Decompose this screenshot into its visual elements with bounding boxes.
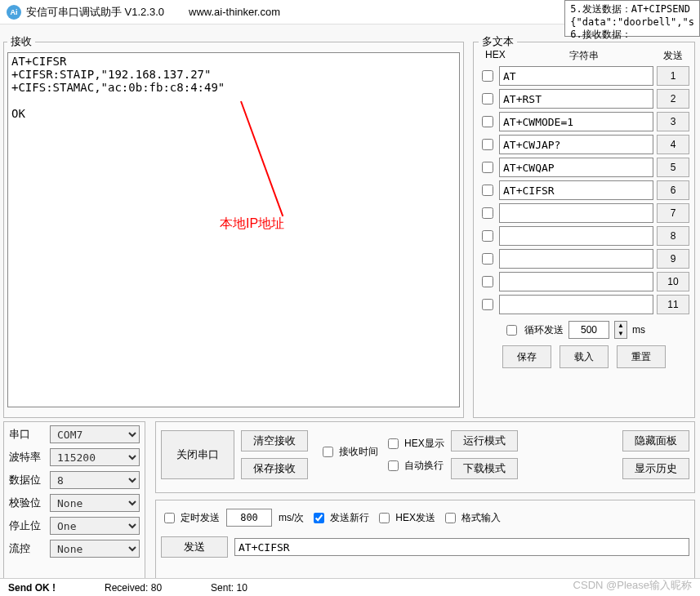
cmd-hex-checkbox-5[interactable] (482, 162, 493, 173)
cmd-input-6[interactable] (499, 180, 653, 200)
cmd-send-button-2[interactable]: 2 (657, 89, 689, 109)
cmd-row: 6 (479, 180, 689, 200)
baud-select[interactable]: 115200 (50, 448, 140, 466)
cmd-input-9[interactable] (499, 249, 653, 269)
cmd-send-button-11[interactable]: 11 (657, 295, 689, 314)
cmd-send-button-9[interactable]: 9 (657, 249, 689, 269)
sent-count: 10 (236, 582, 247, 594)
cmd-input-8[interactable] (499, 226, 653, 246)
multi-legend: 多文本 (479, 34, 517, 49)
clear-recv-button[interactable]: 清空接收 (241, 430, 308, 451)
cmd-send-button-6[interactable]: 6 (657, 180, 689, 200)
cmd-hex-checkbox-6[interactable] (482, 185, 493, 196)
close-port-button[interactable]: 关闭串口 (161, 430, 234, 479)
cmd-hex-checkbox-8[interactable] (482, 230, 493, 242)
sent-label: Sent: (211, 582, 234, 594)
cmd-row: 9 (479, 249, 689, 269)
cmd-input-1[interactable] (499, 66, 653, 86)
send-content-input[interactable] (234, 538, 689, 556)
cmd-send-button-10[interactable]: 10 (657, 272, 689, 291)
cmd-row: 7 (479, 203, 689, 223)
run-mode-button[interactable]: 运行模式 (451, 430, 518, 451)
cmd-send-button-3[interactable]: 3 (657, 112, 689, 131)
cmd-send-button-7[interactable]: 7 (657, 203, 689, 223)
main-window: 5.发送数据：AT+CIPSEND {"data":"doorbell","s … (0, 24, 700, 578)
cmd-hex-checkbox-7[interactable] (482, 207, 493, 219)
col-send-header: 发送 (663, 49, 683, 63)
flow-select[interactable]: None (50, 540, 140, 558)
cmd-row: 3 (479, 112, 689, 131)
status-send-ok: Send OK ! (8, 582, 56, 594)
baud-label: 波特率 (9, 450, 43, 465)
cmd-hex-checkbox-4[interactable] (482, 139, 493, 150)
multi-reset-button[interactable]: 重置 (617, 345, 666, 368)
col-str-header: 字符串 (569, 49, 599, 63)
cmd-input-5[interactable] (499, 158, 653, 177)
multi-save-button[interactable]: 保存 (502, 345, 551, 368)
loop-unit-label: ms (632, 324, 645, 336)
show-history-button[interactable]: 显示历史 (622, 458, 689, 479)
recv-time-label: 接收时间 (339, 445, 378, 459)
watermark-text: CSDN @Please输入昵称 (573, 578, 692, 593)
port-select[interactable]: COM7 (50, 425, 140, 443)
hex-send-checkbox[interactable] (379, 513, 390, 523)
databits-select[interactable]: 8 (50, 471, 140, 489)
cmd-send-button-4[interactable]: 4 (657, 135, 689, 154)
cmd-input-10[interactable] (499, 272, 653, 291)
received-label: Received: (105, 582, 148, 594)
cmd-row: 5 (479, 158, 689, 177)
cmd-input-7[interactable] (499, 203, 653, 223)
receive-panel: 接收 AT+CIFSR +CIFSR:STAIP,"192.168.137.27… (0, 31, 467, 415)
timed-send-label: 定时发送 (181, 511, 220, 525)
cmd-hex-checkbox-11[interactable] (482, 299, 493, 310)
cmd-hex-checkbox-9[interactable] (482, 253, 493, 265)
send-button[interactable]: 发送 (161, 536, 228, 558)
parity-select[interactable]: None (50, 494, 140, 512)
cmd-send-button-8[interactable]: 8 (657, 226, 689, 246)
stop-label: 停止位 (9, 518, 43, 533)
parity-label: 校验位 (9, 496, 43, 510)
format-input-checkbox[interactable] (445, 513, 456, 523)
loop-interval-input[interactable] (568, 321, 609, 339)
send-newline-checkbox[interactable] (314, 513, 324, 523)
cmd-input-2[interactable] (499, 89, 653, 109)
multi-text-panel: 多文本 HEX 字符串 发送 1 2 3 4 5 6 7 8 (470, 31, 698, 415)
multi-load-button[interactable]: 载入 (560, 345, 609, 368)
cmd-send-button-1[interactable]: 1 (657, 66, 689, 86)
auto-wrap-checkbox[interactable] (388, 460, 399, 471)
hex-send-label: HEX发送 (395, 511, 435, 525)
cmd-input-11[interactable] (499, 295, 653, 314)
cmd-row: 4 (479, 135, 689, 154)
annotation-text: 本地IP地址 (220, 216, 284, 233)
loop-stepper[interactable]: ▲▼ (614, 321, 627, 339)
hex-show-checkbox[interactable] (388, 438, 399, 449)
cmd-input-4[interactable] (499, 135, 653, 154)
serial-config-panel: 串口COM7 波特率115200 数据位8 校验位None 停止位One 流控N… (0, 418, 149, 585)
timed-send-checkbox[interactable] (164, 513, 175, 523)
cmd-input-3[interactable] (499, 112, 653, 131)
stop-select[interactable]: One (50, 517, 140, 535)
hex-show-label: HEX显示 (404, 437, 444, 451)
cmd-hex-checkbox-3[interactable] (482, 116, 493, 127)
cmd-hex-checkbox-10[interactable] (482, 276, 493, 287)
cmd-send-button-5[interactable]: 5 (657, 158, 689, 177)
app-title: 安信可串口调试助手 V1.2.3.0 (26, 5, 164, 20)
cmd-row: 1 (479, 66, 689, 86)
recv-time-checkbox[interactable] (323, 447, 333, 457)
send-newline-label: 发送新行 (330, 511, 369, 525)
control-panel: 关闭串口 清空接收 保存接收 接收时间 HEX显示 自动换行 运行模式 下载模式 (152, 418, 698, 490)
interval-input[interactable] (226, 509, 272, 527)
save-recv-button[interactable]: 保存接收 (241, 458, 308, 479)
send-panel: 定时发送 ms/次 发送新行 HEX发送 格式输入 发送 (152, 496, 698, 586)
cmd-hex-checkbox-2[interactable] (482, 93, 493, 105)
app-url: www.ai-thinker.com (189, 6, 280, 18)
status-bar: Send OK ! Received: 80 Sent: 10 CSDN @Pl… (0, 578, 700, 596)
cmd-hex-checkbox-1[interactable] (482, 70, 493, 82)
loop-send-checkbox[interactable] (506, 325, 517, 336)
format-input-label: 格式输入 (461, 511, 501, 525)
hide-panel-button[interactable]: 隐藏面板 (622, 430, 689, 451)
download-mode-button[interactable]: 下载模式 (451, 458, 518, 479)
cmd-row: 2 (479, 89, 689, 109)
tooltip-overlay: 5.发送数据：AT+CIPSEND {"data":"doorbell","s … (564, 0, 700, 37)
cmd-row: 8 (479, 226, 689, 246)
